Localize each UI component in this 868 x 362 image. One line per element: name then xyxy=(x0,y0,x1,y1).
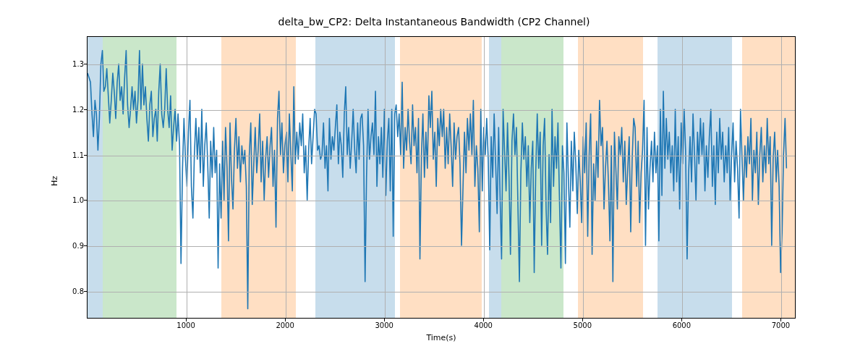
y-tick-label: 0.9 xyxy=(55,242,84,250)
y-tick-label: 1.0 xyxy=(55,196,84,204)
x-tick-label: 5000 xyxy=(574,321,592,329)
gridline xyxy=(88,201,795,201)
x-tick-label: 4000 xyxy=(475,321,493,329)
y-tick-label: 1.1 xyxy=(55,151,84,159)
gridline xyxy=(187,37,187,318)
x-tick-label: 7000 xyxy=(772,321,790,329)
y-tick-label: 1.2 xyxy=(55,105,84,113)
gridline xyxy=(781,37,782,318)
x-tick-label: 1000 xyxy=(176,321,195,329)
y-tick-label: 1.3 xyxy=(55,59,84,67)
gridline xyxy=(286,37,286,318)
gridline xyxy=(88,64,795,65)
gridline xyxy=(88,110,795,111)
x-tick-label: 6000 xyxy=(673,321,691,329)
gridline xyxy=(682,37,683,318)
x-axis-label: Time(s) xyxy=(87,333,796,342)
x-tick-label: 2000 xyxy=(276,321,294,329)
line-series xyxy=(88,37,795,318)
gridline xyxy=(484,37,485,318)
gridline xyxy=(88,246,795,247)
gridline xyxy=(88,292,795,292)
gridline xyxy=(385,37,386,318)
y-tick-label: 0.8 xyxy=(55,287,84,295)
x-tick-label: 3000 xyxy=(375,321,393,329)
plot-area xyxy=(87,36,796,319)
y-axis-label: Hz xyxy=(50,176,59,186)
figure: delta_bw_CP2: Delta Instantaneous Bandwi… xyxy=(0,0,868,362)
chart-title: delta_bw_CP2: Delta Instantaneous Bandwi… xyxy=(0,16,868,28)
gridline xyxy=(583,37,584,318)
gridline xyxy=(88,156,795,156)
